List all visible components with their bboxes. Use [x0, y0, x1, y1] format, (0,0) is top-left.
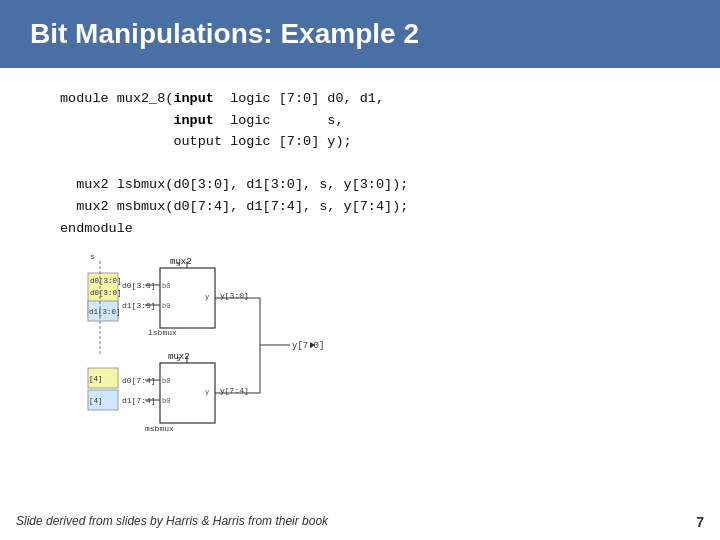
svg-text:[4]: [4] [89, 375, 103, 383]
code-line-5: mux2 lsbmux(d0[3:0], d1[3:0], s, y[3:0])… [60, 174, 660, 196]
circuit-diagram: mux2 d0[3:0] d1[3:0] s y[3:0] mux2 d0[7:… [60, 253, 400, 463]
svg-text:lsbmux: lsbmux [148, 328, 177, 337]
code-line-4 [60, 153, 660, 175]
code-line-1: module mux2_8(input logic [7:0] d0, d1, [60, 88, 660, 110]
svg-text:d0[3:0]: d0[3:0] [90, 277, 122, 285]
slide-title: Bit Manipulations: Example 2 [30, 18, 419, 49]
svg-text:msbmux: msbmux [145, 424, 174, 433]
slide-number: 7 [696, 514, 704, 530]
svg-text:b0: b0 [162, 397, 170, 405]
code-line-6: mux2 msbmux(d0[7:4], d1[7:4], s, y[7:4])… [60, 196, 660, 218]
svg-text:s: s [90, 253, 95, 261]
svg-text:y[7:0]: y[7:0] [292, 341, 324, 351]
slide-content: module mux2_8(input logic [7:0] d0, d1, … [0, 68, 720, 473]
footer-attribution: Slide derived from slides by Harris & Ha… [16, 514, 328, 530]
slide-footer: Slide derived from slides by Harris & Ha… [0, 514, 720, 530]
svg-text:s: s [176, 354, 181, 363]
svg-text:b0: b0 [162, 282, 170, 290]
code-line-2: input logic s, [60, 110, 660, 132]
slide-header: Bit Manipulations: Example 2 [0, 0, 720, 68]
svg-text:y[3:0]: y[3:0] [220, 291, 249, 300]
svg-text:b0: b0 [162, 302, 170, 310]
svg-text:s: s [176, 259, 181, 268]
svg-text:y: y [205, 388, 209, 396]
code-line-3: output logic [7:0] y); [60, 131, 660, 153]
svg-text:[4]: [4] [89, 397, 103, 405]
svg-text:d1[3:0]: d1[3:0] [89, 308, 121, 316]
code-block: module mux2_8(input logic [7:0] d0, d1, … [60, 88, 660, 239]
code-line-7: endmodule [60, 218, 660, 240]
svg-text:b0: b0 [162, 377, 170, 385]
diagram-area: mux2 d0[3:0] d1[3:0] s y[3:0] mux2 d0[7:… [60, 253, 660, 463]
svg-text:d0[3:0]: d0[3:0] [90, 289, 122, 297]
svg-text:y: y [205, 293, 209, 301]
svg-text:y[7:4]: y[7:4] [220, 386, 249, 395]
